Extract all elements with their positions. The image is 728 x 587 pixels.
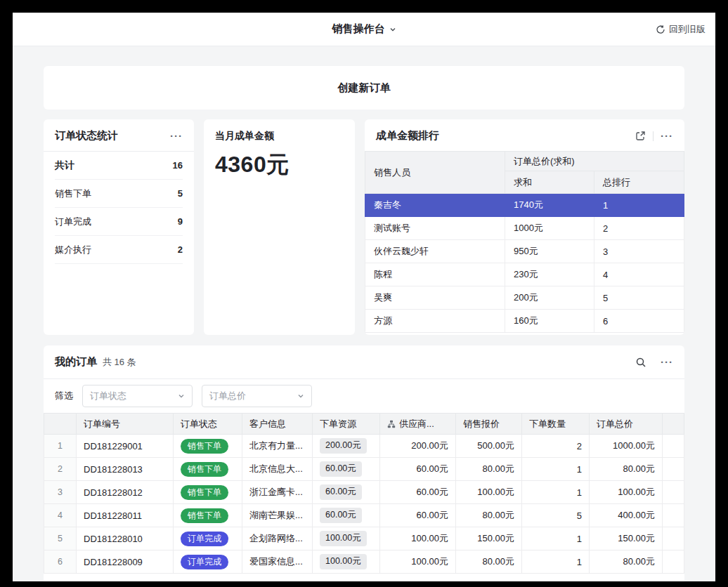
order-status-cell: 销售下单	[174, 481, 242, 504]
create-order-label: 创建新订单	[338, 81, 391, 95]
status-row[interactable]: 媒介执行2	[55, 236, 183, 264]
orders-col-header[interactable]: 下单数量	[522, 414, 590, 435]
search-icon[interactable]	[635, 357, 646, 368]
ranking-sum-value: 200元	[505, 286, 594, 310]
order-row[interactable]: 6DD181228009订单完成爱国家信息...100.00元100.00元80…	[44, 550, 684, 574]
app-window: 销售操作台 回到旧版 创建新订单 订单状态统计 ··· 共计16销售下单5订单完…	[13, 13, 715, 581]
status-row-label: 销售下单	[55, 187, 91, 200]
orders-col-header[interactable]: 销售报价	[456, 414, 522, 435]
status-badge: 订单完成	[181, 532, 228, 546]
status-row-value: 16	[173, 160, 183, 171]
orders-col-header-label: 供应商...	[399, 418, 434, 430]
ranking-rank-value: 4	[594, 263, 684, 286]
resource-pill: 60.00元	[320, 508, 362, 523]
more-icon[interactable]: ···	[661, 357, 673, 367]
order-number-cell: DD181228011	[77, 504, 174, 527]
more-icon[interactable]: ···	[170, 131, 183, 141]
status-row[interactable]: 订单完成9	[55, 208, 183, 236]
order-row[interactable]: 4DD181228011销售下单湖南芒果娱...60.00元60.00元80.0…	[44, 504, 684, 527]
orders-header-row: 订单编号订单状态客户信息下单资源 供应商...销售报价下单数量订单总价	[44, 414, 684, 435]
ranking-row[interactable]: 测试账号1000元2	[365, 217, 684, 240]
ranking-rank-value: 2	[594, 217, 684, 240]
my-orders-title: 我的订单	[55, 355, 97, 369]
customer-cell: 北京有力量...	[242, 435, 313, 458]
ranking-person-name: 测试账号	[365, 217, 505, 240]
orders-col-header[interactable]: 下单资源	[313, 414, 380, 435]
quantity-cell: 1	[522, 550, 590, 574]
more-icon[interactable]: ···	[661, 131, 673, 141]
resource-cell: 60.00元	[313, 504, 380, 527]
monthly-amount-title: 当月成单金额	[215, 130, 344, 143]
order-status-filter-placeholder: 订单状态	[90, 390, 126, 402]
ranking-col-rank[interactable]: 总排行	[594, 171, 684, 194]
quantity-cell: 1	[522, 458, 590, 481]
status-row[interactable]: 共计16	[55, 152, 183, 180]
order-status-card: 订单状态统计 ··· 共计16销售下单5订单完成9媒介执行2	[44, 119, 194, 335]
status-row-label: 订单完成	[55, 216, 91, 228]
ranking-col-person[interactable]: 销售人员	[365, 152, 505, 194]
customer-cell: 湖南芒果娱...	[242, 504, 313, 527]
orders-col-index	[44, 414, 77, 435]
ranking-card: 成单金额排行 ··· 销售人员 订单总价(求和)	[365, 119, 684, 335]
ranking-table-body: 秦吉冬1740元1测试账号1000元2伙伴云魏少轩950元3陈程230元4吴爽2…	[365, 194, 684, 333]
orders-col-header[interactable]: 客户信息	[242, 414, 313, 435]
order-row[interactable]: 1DD181229001销售下单北京有力量...200.00元200.00元50…	[44, 435, 684, 458]
orders-col-header[interactable]: 订单状态	[174, 414, 242, 435]
status-row-value: 9	[178, 216, 183, 227]
order-status-card-title: 订单状态统计	[55, 129, 118, 143]
stub-cell	[663, 527, 684, 550]
ranking-col-sum[interactable]: 求和	[505, 171, 594, 194]
stub-cell	[663, 504, 684, 527]
quote-cell: 80.00元	[456, 458, 522, 481]
resource-cell: 60.00元	[313, 481, 380, 504]
create-order-button[interactable]: 创建新订单	[44, 66, 684, 110]
order-total-filter-select[interactable]: 订单总价	[202, 385, 312, 407]
ranking-sum-value: 1000元	[505, 217, 594, 240]
ranking-row[interactable]: 方源160元6	[365, 310, 684, 333]
top-bar: 销售操作台 回到旧版	[13, 13, 715, 46]
quote-cell: 80.00元	[456, 504, 522, 527]
order-row[interactable]: 3DD181228012销售下单浙江金鹰卡...60.00元60.00元100.…	[44, 481, 684, 504]
orders-col-header[interactable]: 订单总价	[590, 414, 663, 435]
supplier-cell: 60.00元	[380, 504, 456, 527]
page-title: 销售操作台	[332, 22, 385, 36]
customer-cell: 爱国家信息...	[242, 550, 313, 574]
ranking-row[interactable]: 吴爽200元5	[365, 286, 684, 310]
orders-col-stub	[663, 414, 684, 435]
order-total-filter-placeholder: 订单总价	[209, 390, 246, 402]
ranking-row[interactable]: 伙伴云魏少轩950元3	[365, 240, 684, 263]
my-orders-card: 我的订单 共 16 条 ··· 筛选 订单状态 订单总价	[44, 345, 684, 581]
total-cell: 80.00元	[590, 458, 663, 481]
order-status-cell: 销售下单	[174, 458, 242, 481]
workspace-title-dropdown[interactable]: 销售操作台	[332, 22, 396, 36]
back-to-old-version-button[interactable]: 回到旧版	[656, 23, 706, 36]
export-icon[interactable]	[635, 131, 646, 141]
status-row[interactable]: 销售下单5	[55, 180, 183, 208]
order-status-cell: 订单完成	[174, 550, 242, 574]
order-row[interactable]: 5DD181228010订单完成企划路网络...100.00元100.00元15…	[44, 527, 684, 550]
my-orders-count: 共 16 条	[103, 356, 136, 369]
ranking-card-header: 成单金额排行 ···	[365, 119, 684, 151]
quantity-cell: 5	[522, 504, 590, 527]
stub-cell	[663, 481, 684, 504]
order-status-filter-select[interactable]: 订单状态	[82, 385, 193, 407]
orders-col-header-content: 供应商...	[387, 418, 434, 430]
stats-cards-row: 订单状态统计 ··· 共计16销售下单5订单完成9媒介执行2 当月成单金额 43…	[44, 119, 684, 335]
resource-pill: 200.00元	[320, 438, 367, 454]
order-status-card-header: 订单状态统计 ···	[44, 119, 194, 152]
total-cell: 1000.00元	[590, 435, 663, 458]
orders-col-header[interactable]: 订单编号	[77, 414, 174, 435]
ranking-row[interactable]: 陈程230元4	[365, 263, 684, 286]
ranking-sum-value: 1740元	[505, 194, 594, 217]
stub-cell	[663, 458, 684, 481]
order-number-cell: DD181228010	[77, 527, 174, 550]
order-row-index: 1	[44, 435, 77, 458]
status-rows: 共计16销售下单5订单完成9媒介执行2	[44, 152, 194, 264]
orders-col-header[interactable]: 供应商...	[380, 414, 456, 435]
resource-pill: 60.00元	[320, 461, 362, 477]
ranking-row[interactable]: 秦吉冬1740元1	[365, 194, 684, 217]
order-row[interactable]: 2DD181228013销售下单北京信息大...60.00元60.00元80.0…	[44, 458, 684, 481]
relation-icon	[387, 420, 396, 428]
order-status-cell: 销售下单	[174, 435, 242, 458]
ranking-table: 销售人员 订单总价(求和) 求和 总排行 秦吉冬1740元1测试账号1000元2…	[365, 151, 684, 333]
